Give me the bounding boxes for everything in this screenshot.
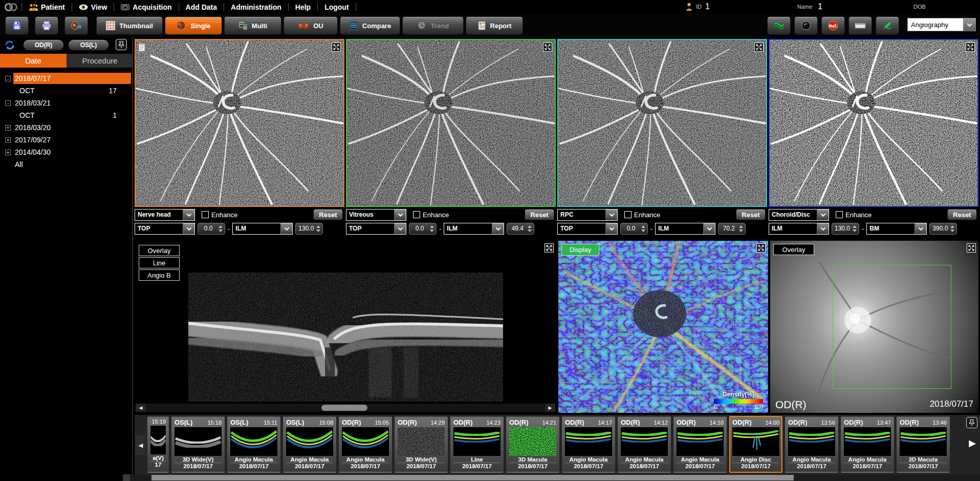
view-button-report[interactable]: Report [466, 16, 523, 35]
analysis-mode-dropdown[interactable]: Angiography [907, 18, 976, 31]
export-button[interactable] [64, 16, 88, 35]
expand-icon[interactable] [756, 243, 766, 253]
angio-b-button[interactable]: Angio B [139, 269, 180, 281]
thumbnail-item[interactable]: OD(R) 13:47 Angio Macula 2018/07/17 [841, 416, 894, 473]
expand-icon[interactable] [543, 43, 552, 52]
expand-icon[interactable] [754, 43, 764, 52]
expand-icon[interactable] [967, 243, 976, 253]
enhance-checkbox[interactable] [413, 211, 420, 218]
view-button-multi[interactable]: Multi [224, 16, 281, 35]
note-icon[interactable] [138, 43, 145, 54]
menu-item-patient[interactable]: Patient [22, 0, 72, 14]
tree-expander-icon[interactable]: + [5, 150, 11, 155]
reset-button[interactable]: Reset [736, 209, 766, 220]
spinner-arrows-icon[interactable] [949, 225, 955, 232]
seg-to-dropdown[interactable]: ILM [655, 223, 715, 235]
enface-image-choroid-disc[interactable] [769, 39, 978, 207]
expand-icon[interactable] [332, 43, 341, 52]
sidebar-pin-icon[interactable] [116, 39, 127, 50]
thumbnail-item[interactable]: OD(R) 14:00 Angio Disc 2018/07/17 [729, 416, 782, 473]
seg-to-offset-spinner[interactable]: 390.0 [929, 223, 957, 235]
seg-from-dropdown[interactable]: ILM [769, 223, 829, 235]
view-button-thumbnail[interactable]: Thumbnail [96, 16, 163, 35]
spinner-arrows-icon[interactable] [640, 225, 646, 232]
display-button[interactable]: Display [561, 244, 599, 256]
scroll-left-icon[interactable]: ◀ [136, 404, 146, 412]
view-button-trend[interactable]: Trend [402, 16, 464, 35]
fundus-panel[interactable]: Overlay OD(R) 2018/07/17 [770, 241, 978, 413]
reference-button[interactable]: Ref. [821, 16, 845, 35]
strip-next-icon[interactable]: ▶ [969, 437, 976, 449]
thumbnail-item[interactable]: OS(L) 15:11 Angio Macula 2018/07/17 [227, 416, 280, 473]
strip-prev-icon[interactable]: ◀ [136, 435, 146, 455]
enhance-checkbox[interactable] [836, 211, 843, 218]
scroll-left-cap[interactable] [123, 474, 130, 481]
line-button[interactable]: Line [139, 257, 180, 268]
thumbnail-item[interactable]: OS(L) 15:08 Angio Macula 2018/07/17 [283, 416, 336, 473]
reset-button[interactable]: Reset [525, 209, 554, 220]
menu-item-administration[interactable]: Administration [224, 0, 288, 14]
seg-to-dropdown[interactable]: ILM [232, 223, 293, 235]
enface-image-nerve-head[interactable] [135, 39, 344, 207]
spinner-arrows-icon[interactable] [852, 225, 858, 232]
layer-dropdown[interactable]: Vitreous [346, 209, 406, 221]
thumbnail-item[interactable]: OD(R) 14:21 3D Macula 2018/07/17 [506, 416, 559, 473]
bscan-panel[interactable]: Overlay Line Angio B ◀ ▶ [135, 241, 556, 413]
menu-item-view[interactable]: View [72, 0, 114, 14]
scroll-track[interactable] [146, 404, 545, 412]
eye-button-os[interactable]: OS(L) [68, 39, 109, 51]
refresh-icon[interactable] [4, 39, 16, 53]
annotate-button[interactable] [876, 16, 899, 35]
layer-dropdown[interactable]: Nerve head [135, 209, 195, 221]
seg-from-offset-spinner[interactable]: 0.0 [620, 223, 648, 235]
save-button[interactable] [5, 16, 29, 35]
tree-node-all[interactable]: All [0, 158, 131, 171]
eye-button-od[interactable]: OD(R) [23, 39, 64, 51]
thumbnail-item[interactable]: OD(R) 13:46 3D Macula 2018/07/17 [897, 416, 950, 473]
overlay-button[interactable]: Overlay [139, 245, 180, 256]
enface-image-vitreous[interactable] [346, 39, 556, 207]
bscan-scrollbar[interactable]: ◀ ▶ [136, 404, 555, 412]
seg-from-offset-spinner[interactable]: 0.0 [198, 223, 225, 235]
bottom-scrollbar[interactable] [123, 474, 980, 481]
strip-pin-icon[interactable] [966, 417, 977, 428]
scroll-right-icon[interactable]: ▶ [545, 404, 555, 412]
tree-expander-icon[interactable]: - [5, 76, 11, 81]
layer-dropdown[interactable]: RPC [557, 209, 618, 221]
reset-button[interactable]: Reset [947, 209, 977, 220]
seg-from-dropdown[interactable]: TOP [557, 223, 618, 235]
density-map-panel[interactable]: Display Density(%) 0 100 [558, 241, 768, 413]
tree-node-procedure[interactable]: OCT 1 [0, 109, 131, 121]
seg-from-dropdown[interactable]: TOP [346, 223, 406, 235]
thumbnail-item[interactable]: OS(L) 15:18 3D Wide(V) 2018/07/17 [171, 416, 225, 473]
tree-expander-icon[interactable]: + [5, 137, 11, 143]
thumbnail-item[interactable]: 15:19 a(V) 17 [147, 416, 169, 473]
enhance-checkbox[interactable] [624, 211, 631, 218]
scroll-thumb[interactable] [151, 475, 794, 480]
tree-node-date[interactable]: - 2018/03/21 [0, 97, 131, 109]
seg-to-offset-spinner[interactable]: 130.0 [295, 223, 323, 235]
enhance-checkbox[interactable] [202, 211, 209, 218]
seg-from-offset-spinner[interactable]: 0.0 [409, 223, 437, 235]
view-button-single[interactable]: Single [165, 16, 222, 35]
expand-icon[interactable] [966, 43, 975, 52]
tab-date[interactable]: Date [0, 54, 67, 68]
layers-map-button[interactable] [767, 16, 791, 35]
tree-node-date[interactable]: + 2018/03/20 [0, 121, 131, 134]
enface-image-rpc[interactable] [557, 39, 767, 207]
seg-to-dropdown[interactable]: BM [866, 223, 927, 235]
thumbnail-item[interactable]: OD(R) 14:23 Line 2018/07/17 [450, 416, 504, 473]
scroll-thumb[interactable] [321, 405, 367, 411]
spinner-arrows-icon[interactable] [738, 225, 744, 232]
thumbnail-item[interactable]: OD(R) 14:17 Angio Macula 2018/07/17 [562, 416, 615, 473]
reset-button[interactable]: Reset [313, 209, 343, 220]
expand-icon[interactable] [545, 243, 554, 253]
thumbnail-item[interactable]: OD(R) 14:10 Angio Macula 2018/07/17 [673, 416, 727, 473]
fundus-overlay-button[interactable]: Overlay [773, 244, 814, 255]
ruler-button[interactable] [848, 16, 872, 35]
spinner-arrows-icon[interactable] [315, 225, 321, 232]
menu-item-logout[interactable]: Logout [318, 0, 355, 14]
tab-procedure[interactable]: Procedure [67, 54, 133, 68]
thumbnail-item[interactable]: OD(R) 14:12 Angio Macula 2018/07/17 [618, 416, 671, 473]
seg-from-dropdown[interactable]: TOP [135, 223, 195, 235]
